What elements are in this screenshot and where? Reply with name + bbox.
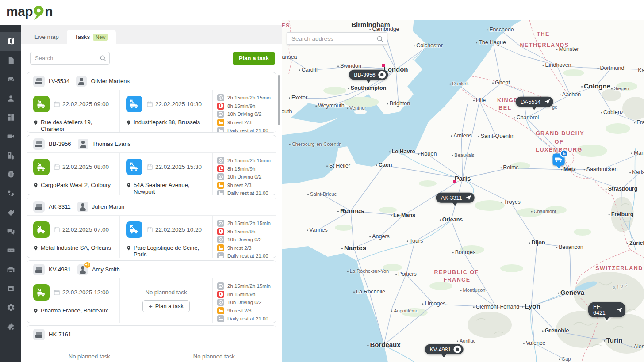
delivery-date: 22.02.2025 10:30	[155, 101, 202, 107]
driver-avatar-icon: +1	[77, 264, 88, 275]
calendar-icon	[54, 226, 60, 233]
vehicle-plate: LV-5534	[49, 78, 69, 84]
driver-name: Olivier Martens	[91, 78, 129, 84]
stopped-icon	[453, 346, 461, 353]
sidebar-item-service[interactable]	[0, 279, 21, 298]
stat-text: 10h Driving 0/2	[227, 237, 261, 242]
logo-pin-icon	[33, 5, 44, 20]
sidebar-item-routes[interactable]	[0, 184, 21, 203]
stat-text: 9h rest 2/3	[227, 308, 251, 313]
vehicle-marker[interactable]: AK-3311	[436, 193, 475, 209]
vehicle-marker[interactable]: BB-3956	[349, 70, 388, 86]
stat-text: 8h 15min/9h	[227, 103, 255, 109]
vehicle-marker[interactable]: KV-4981	[425, 344, 464, 360]
sidebar-item-tachograph[interactable]	[0, 241, 21, 260]
task-search	[30, 52, 110, 65]
sidebar-item-alerts[interactable]	[0, 165, 21, 184]
pickup-leg: 22.02.2025 07:00 Métal Industrie SA, Orl…	[27, 216, 120, 258]
map-search	[287, 32, 387, 45]
stat-text: 8h 15min/9h	[227, 292, 255, 297]
delivery-date: 22.02.2025 10:20	[155, 226, 202, 233]
marker-plate: FF-6421	[593, 304, 613, 316]
calendar-icon	[54, 289, 60, 296]
stopped-icon	[378, 71, 386, 79]
task-card[interactable]: LV-5534 Olivier Martens 22.02.2025 09:00	[27, 72, 276, 133]
stat-text: 8h 15min/9h	[227, 229, 255, 234]
moving-arrow-icon	[464, 194, 472, 202]
sidebar-item-vehicles[interactable]	[0, 70, 21, 89]
task-card-list: LV-5534 Olivier Martens 22.02.2025 09:00	[27, 72, 276, 362]
sidebar-item-garage[interactable]	[0, 260, 21, 279]
task-card[interactable]: AK-3311 Julien Martin 22.02.2025 07:00	[27, 198, 276, 258]
sidebar-item-fuel[interactable]	[0, 146, 21, 165]
stat-text: Daily rest at 21.00	[227, 191, 268, 195]
location-pin-icon	[126, 119, 131, 126]
cluster-marker[interactable]: 5	[553, 153, 565, 171]
task-search-input[interactable]	[30, 52, 110, 65]
stat-text: Daily rest at 21.00	[227, 316, 268, 321]
sidebar-item-addons[interactable]	[0, 317, 21, 336]
marker-plate: AK-3311	[441, 194, 462, 201]
stat-text: Daily rest at 21.00	[227, 253, 268, 258]
stat-icon	[217, 228, 224, 235]
mapon-logo[interactable]: map n	[6, 4, 53, 20]
location-pin-icon	[33, 245, 38, 251]
driver-avatar-icon	[76, 76, 87, 87]
driver-stats: 2h 15min/2h 15min8h 15min/9h10h Driving …	[213, 278, 276, 323]
location-pin-icon	[33, 119, 38, 126]
tasks-panel: Live map Tasks New Plan a task LV-5534	[21, 25, 282, 362]
marker-pointer	[532, 107, 537, 113]
marker-pointer	[452, 202, 458, 209]
map-search-input[interactable]	[287, 33, 387, 44]
vehicle-plate: HK-7161	[49, 331, 71, 338]
stat-text: 2h 15min/2h 15min	[227, 95, 271, 100]
location-pin-icon	[126, 245, 131, 251]
pickup-date: 22.02.2025 07:00	[62, 226, 109, 233]
stat-text: 8h 15min/9h	[227, 166, 255, 171]
pickup-address: Métal Industrie SA, Orleans	[41, 244, 111, 251]
sidebar-item-documents[interactable]	[0, 51, 21, 70]
task-card[interactable]: HK-7161 No planned task +Plan a task No …	[27, 325, 276, 362]
driver-stats: 2h 15min/2h 15min8h 15min/9h10h Driving …	[213, 90, 276, 132]
pickup-date: 22.02.2025 08:00	[62, 164, 109, 170]
driver-name: Julien Martin	[92, 203, 125, 210]
pickup-date: 22.02.2025 09:00	[62, 101, 109, 107]
plan-task-inline-button[interactable]: +Plan a task	[142, 300, 190, 312]
calendar-icon	[54, 164, 60, 170]
vehicle-marker[interactable]: LV-5534	[516, 97, 553, 113]
stat-icon	[217, 299, 224, 306]
tab-bar: Live map Tasks New	[21, 25, 282, 44]
vehicle-thumb-icon	[33, 329, 45, 340]
no-planned-task: No planned task +Plan a task	[27, 343, 152, 362]
calendar-icon	[146, 226, 153, 233]
logo-text-n: n	[45, 4, 53, 19]
tab-tasks[interactable]: Tasks New	[67, 30, 116, 44]
sidebar-item-dashboard[interactable]	[0, 108, 21, 127]
task-card[interactable]: BB-3956 Thomas Evans 22.02.2025 08:00	[27, 135, 276, 195]
scrollbar[interactable]	[278, 75, 280, 125]
marker-pointer	[604, 317, 610, 323]
sidebar-item-map[interactable]	[0, 32, 21, 51]
stat-text: 9h rest 2/3	[227, 183, 251, 188]
pickup-icon	[33, 284, 50, 301]
task-card[interactable]: KV-4981 +1 Amy Smith	[27, 260, 276, 323]
sidebar	[0, 25, 21, 362]
plan-task-button[interactable]: Plan a task	[233, 52, 275, 65]
stat-icon	[217, 252, 224, 258]
sidebar-item-drivers[interactable]	[0, 89, 21, 108]
pickup-address: Rue des Ateliers 19, Charleroi	[41, 119, 113, 132]
tab-live-map[interactable]: Live map	[27, 30, 67, 44]
map[interactable]: ESBirminghamCambridgeEnschedeThe HagueTH…	[282, 20, 644, 362]
sidebar-item-settings[interactable]	[0, 298, 21, 317]
sidebar-item-camera[interactable]	[0, 127, 21, 146]
marker-plate: KV-4981	[430, 346, 451, 352]
vehicle-marker[interactable]: FF-6421	[588, 302, 625, 323]
delivery-address: Parc Logistique de Seine, Paris	[134, 244, 206, 258]
sidebar-item-chat[interactable]	[0, 222, 21, 241]
pickup-leg: 22.02.2025 08:00 CargoPark West 2, Colbu…	[27, 153, 120, 195]
stat-icon	[217, 182, 224, 189]
sidebar-item-tasks[interactable]	[0, 203, 21, 222]
driver-stats: 2h 15min/2h 15min8h 15min/9h10h Driving …	[213, 153, 276, 195]
marker-pointer	[366, 80, 371, 86]
delivery-leg: 22.02.2025 15:30 54A Seafarer Avenue, Ne…	[120, 153, 213, 195]
